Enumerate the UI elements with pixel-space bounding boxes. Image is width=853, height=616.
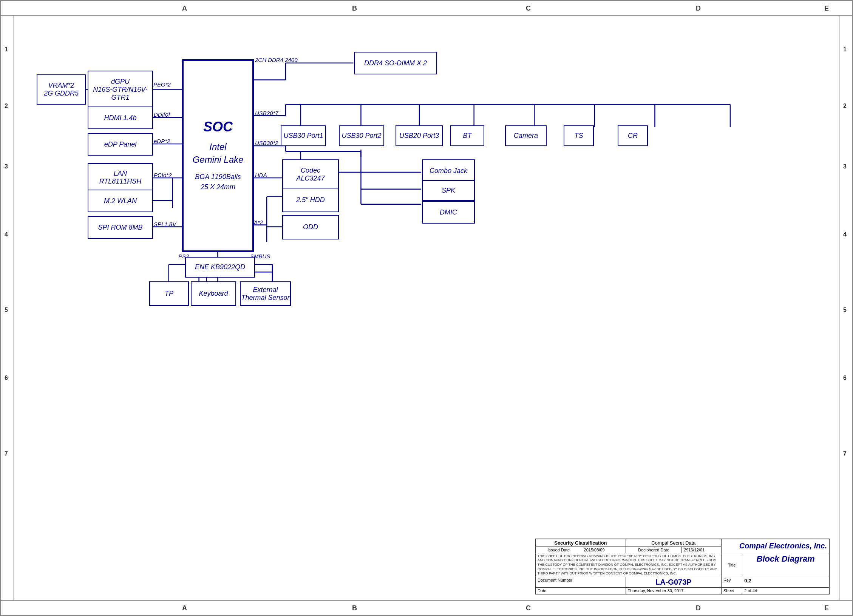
ts-box: TS xyxy=(564,125,594,146)
col-e: E xyxy=(824,5,829,12)
soc-label: SOC xyxy=(203,119,233,135)
row-4: 4 xyxy=(5,231,8,238)
date-label: Date xyxy=(536,588,626,594)
hdd-box: 2.5" HDD xyxy=(282,188,339,212)
date-value: Thursday, November 30, 2017 xyxy=(626,588,721,594)
hdmi-box: HDMI 1.4b xyxy=(88,107,153,129)
page: A B C D E A B C D E 1 2 3 4 5 6 7 1 2 3 … xyxy=(0,0,853,616)
col-c-bottom: C xyxy=(526,604,531,612)
row-7-right: 7 xyxy=(843,450,847,457)
footer-notice: THIS SHEET OF ENGINEERING DRAWING IS THE… xyxy=(536,553,722,577)
bt-box: BT xyxy=(450,125,484,146)
dmic-box: DMIC xyxy=(422,201,475,224)
usb20-7-label: USB20*7 xyxy=(255,110,278,116)
rev-value: 0.2 xyxy=(742,577,829,588)
usb30-2-label: USB30*2 xyxy=(255,140,278,146)
col-a: A xyxy=(182,5,187,12)
col-e-bottom: E xyxy=(824,604,829,612)
grid-right: 1 2 3 4 5 6 7 xyxy=(839,16,852,600)
row-5: 5 xyxy=(5,307,8,313)
usb20-port3-box: USB20 Port3 xyxy=(396,125,443,146)
edp2-label: eDP*2 xyxy=(154,138,170,144)
security-classification-value: Compal Secret Data xyxy=(626,539,721,547)
document-number-value: LA-G073P xyxy=(628,578,719,587)
peg2-label: PEG*2 xyxy=(153,81,171,88)
block-diagram-title: Block Diagram xyxy=(744,554,827,564)
row-1-right: 1 xyxy=(843,46,847,53)
usb30-port1-box: USB30 Port1 xyxy=(281,125,326,146)
ddr4-box: DDR4 SO-DIMM X 2 xyxy=(354,52,437,74)
footer-table: Security Classification Compal Secret Da… xyxy=(535,539,830,594)
rev-label: Rev xyxy=(721,577,742,588)
camera-box: Camera xyxy=(505,125,547,146)
soc-box: SOC IntelGemini Lake BGA 1190Balls25 X 2… xyxy=(182,59,254,252)
row-7: 7 xyxy=(5,450,8,457)
row-3: 3 xyxy=(5,163,8,170)
col-d-bottom: D xyxy=(696,604,701,612)
odd-box: ODD xyxy=(282,215,339,239)
ene-kb-box: ENE KB9022QD xyxy=(185,257,255,278)
grid-bottom: A B C D E xyxy=(1,600,852,615)
deciphered-date-label: Deciphered Date xyxy=(626,547,681,553)
security-classification-label: Security Classification xyxy=(536,539,626,547)
row-5-right: 5 xyxy=(843,307,847,313)
deciphered-date-value: 2916/12/01 xyxy=(682,547,722,553)
soc-detail: BGA 1190Balls25 X 24mm xyxy=(195,172,241,192)
row-3-right: 3 xyxy=(843,163,847,170)
spk-box: SPK xyxy=(422,180,475,201)
col-b: B xyxy=(352,5,357,12)
wlan-box: M.2 WLAN xyxy=(88,190,153,212)
pcio2-label: PCIo*2 xyxy=(154,172,172,178)
col-d: D xyxy=(696,5,701,12)
usb30-port2-box: USB30 Port2 xyxy=(339,125,384,146)
dgpu-box: dGPU N16S-GTR/N16V-GTR1 xyxy=(88,71,153,108)
lan-box: LAN RTL8111HSH xyxy=(88,163,153,191)
tp-box: TP xyxy=(149,281,189,306)
row-4-right: 4 xyxy=(843,231,847,238)
col-c: C xyxy=(526,5,531,12)
codec-box: Codec ALC3247 xyxy=(282,159,339,190)
col-b-bottom: B xyxy=(352,604,357,612)
edp-box: eDP Panel xyxy=(88,133,153,156)
spi-rom-box: SPI ROM 8MB xyxy=(88,216,153,239)
vram-box: VRAM*2 2G GDDR5 xyxy=(37,74,86,105)
issued-date-label: Issued Date xyxy=(536,547,582,553)
soc-sublabel: IntelGemini Lake xyxy=(193,140,244,166)
hda-label: HDA xyxy=(255,172,267,178)
row-6-right: 6 xyxy=(843,375,847,381)
row-6: 6 xyxy=(5,375,8,381)
document-number-label: Document Number xyxy=(536,577,626,588)
row-2-right: 2 xyxy=(843,103,847,110)
cr-box: CR xyxy=(618,125,648,146)
ddi0-label: DDI[0] xyxy=(154,111,170,118)
ddr4-label: 2CH DDR4 2400 xyxy=(255,57,298,63)
combo-jack-box: Combo Jack xyxy=(422,159,475,182)
title-label: Title xyxy=(721,553,742,577)
row-2: 2 xyxy=(5,103,8,110)
keyboard-box: Keyboard xyxy=(191,281,236,306)
ext-thermal-box: External Thermal Sensor xyxy=(240,281,291,306)
grid-top: A B C D E xyxy=(1,1,852,16)
col-a-bottom: A xyxy=(182,604,187,612)
row-1: 1 xyxy=(5,46,8,53)
sheet-label: Sheet xyxy=(721,588,742,594)
company-name: Compal Electronics, Inc. xyxy=(723,542,827,550)
grid-left: 1 2 3 4 5 6 7 xyxy=(1,16,14,600)
issued-date-value: 2015/08/09 xyxy=(582,547,626,553)
sheet-value: 2 of 44 xyxy=(742,588,829,594)
spi18v-label: SPI 1.8V xyxy=(154,221,176,227)
diagram-area: .wire { stroke: #00008B; stroke-width: 2… xyxy=(14,16,839,600)
